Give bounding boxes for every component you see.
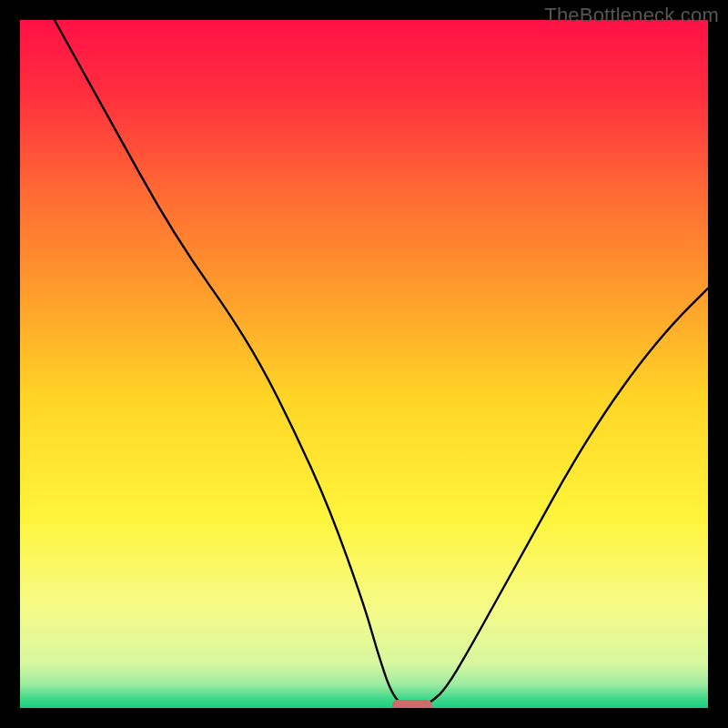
plot-area bbox=[20, 20, 708, 708]
chart-frame: TheBottleneck.com bbox=[0, 0, 728, 728]
optimal-marker bbox=[392, 700, 432, 708]
chart-svg bbox=[20, 20, 708, 708]
watermark-text: TheBottleneck.com bbox=[544, 4, 719, 27]
